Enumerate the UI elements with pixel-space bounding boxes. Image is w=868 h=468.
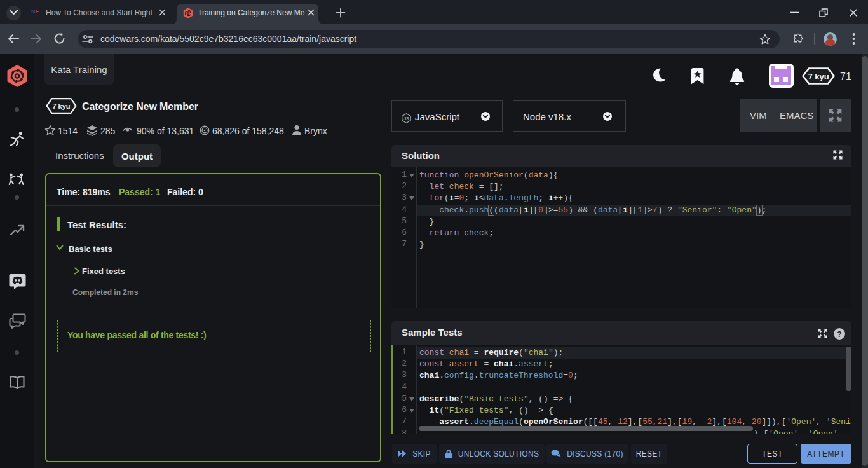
svg-text:7 kyu: 7 kyu: [52, 102, 70, 110]
svg-text:JS: JS: [403, 116, 409, 121]
svg-text:7 kyu: 7 kyu: [808, 72, 829, 81]
svg-text:?: ?: [837, 330, 841, 339]
